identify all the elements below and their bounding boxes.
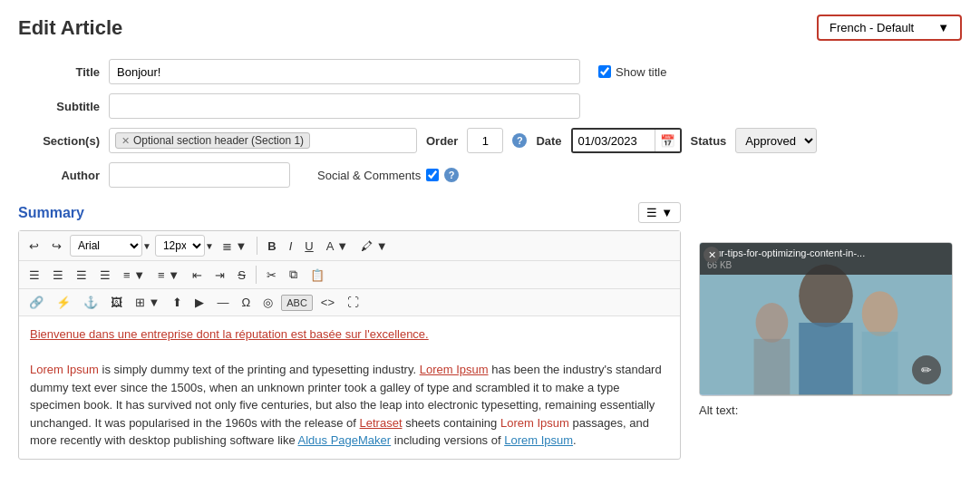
section-tag: ✕ Optional section header (Section 1) — [115, 132, 310, 149]
embed-button[interactable]: ◎ — [258, 293, 277, 312]
anchor-button[interactable]: ⚓ — [79, 293, 102, 312]
bold-button[interactable]: B — [263, 237, 280, 256]
svg-rect-5 — [754, 339, 791, 395]
image-panel: ✕ four-tips-for-optimizing-content-in-..… — [699, 188, 962, 460]
language-dropdown[interactable]: French - Default ▼ — [817, 15, 962, 41]
title-input[interactable] — [109, 59, 580, 84]
summary-menu-button[interactable]: ☰ ▼ — [638, 202, 681, 223]
spell-check-button[interactable]: ABC — [281, 295, 313, 311]
highlight-icon: 🖍 ▼ — [361, 239, 387, 253]
show-title-checkbox[interactable] — [598, 65, 611, 78]
chevron-down-icon: ▼ — [205, 241, 214, 251]
font-family-select[interactable]: Arial — [70, 235, 142, 257]
svg-rect-6 — [862, 332, 898, 395]
page-wrapper: Edit Article French - Default ▼ Title Sh… — [0, 0, 980, 474]
underline-button[interactable]: U — [300, 237, 317, 256]
toolbar-row-2: ☰ ☰ ☰ ☰ ≡ ▼ ≡ ▼ ⇤ ⇥ S ✂ ⧉ 📋 — [19, 261, 680, 289]
summary-title: Summary — [18, 205, 84, 221]
align-right-button[interactable]: ☰ — [72, 266, 92, 285]
chevron-down-icon: ▼ — [661, 206, 673, 219]
image-button[interactable]: 🖼 — [106, 293, 127, 312]
svg-point-3 — [862, 291, 898, 336]
calendar-button[interactable]: 📅 — [655, 128, 680, 153]
status-select[interactable]: Approved Pending Draft — [735, 128, 817, 153]
author-row: Author Social & Comments ? — [18, 162, 962, 188]
editor-text-line2: Lorem Ipsum is simply dummy text of the … — [30, 361, 669, 450]
bullet-list-button[interactable]: ≡ ▼ — [119, 266, 150, 285]
toolbar-sep-2 — [256, 266, 257, 284]
calendar-icon: 📅 — [660, 134, 675, 148]
svg-point-4 — [756, 303, 789, 343]
editor-area: Summary ☰ ▼ ↩ ↪ Arial ▼ — [18, 188, 681, 460]
editor-content[interactable]: Bienvenue dans une entreprise dont la ré… — [19, 316, 680, 459]
toolbar-row-3: 🔗 ⚡ ⚓ 🖼 ⊞ ▼ ⬆ ▶ — Ω ◎ ABC <> ⛶ — [19, 289, 680, 316]
line-spacing-button[interactable]: ≣ ▼ — [218, 237, 251, 256]
summary-section: Summary ☰ ▼ ↩ ↪ Arial ▼ — [18, 202, 681, 460]
title-row: Title Show title — [18, 59, 962, 84]
font-size-select[interactable]: 12px — [155, 235, 205, 257]
editor-text-line1: Bienvenue dans une entreprise dont la ré… — [30, 327, 429, 341]
editor-wrapper: ↩ ↪ Arial ▼ 12px ▼ ≣ ▼ — [18, 230, 681, 460]
image-edit-button[interactable]: ✏ — [912, 355, 941, 384]
language-label: French - Default — [830, 21, 914, 34]
menu-icon: ☰ — [646, 206, 657, 219]
social-comments-label: Social & Comments — [317, 169, 421, 182]
hr-button[interactable]: — — [212, 293, 233, 312]
indent-button[interactable]: ⇥ — [210, 266, 229, 285]
undo-button[interactable]: ↩ — [24, 237, 44, 256]
highlight-button[interactable]: 🖍 ▼ — [356, 237, 392, 256]
align-justify-button[interactable]: ☰ — [95, 266, 115, 285]
page-header: Edit Article French - Default ▼ — [18, 15, 962, 41]
toolbar-row-1: ↩ ↪ Arial ▼ 12px ▼ ≣ ▼ — [19, 231, 680, 261]
copy-button[interactable]: ⧉ — [285, 265, 302, 285]
alt-text-label: Alt text: — [699, 403, 962, 417]
section-tag-label: Optional section header (Section 1) — [133, 134, 304, 147]
link-button[interactable]: 🔗 — [24, 293, 48, 312]
special-chars-button[interactable]: Ω — [237, 293, 255, 312]
date-input[interactable] — [573, 128, 655, 153]
svg-rect-2 — [799, 323, 853, 394]
image-filesize: 66 KB — [707, 260, 945, 270]
date-input-wrapper: 📅 — [571, 128, 682, 153]
date-label: Date — [536, 134, 561, 148]
image-remove-button[interactable]: ✕ — [703, 247, 720, 263]
fullscreen-button[interactable]: ⛶ — [343, 293, 364, 312]
table-button[interactable]: ⊞ ▼ — [131, 293, 164, 312]
summary-header: Summary ☰ ▼ — [18, 202, 681, 223]
order-help-icon[interactable]: ? — [512, 133, 527, 148]
status-label: Status — [691, 134, 727, 148]
align-left-button[interactable]: ☰ — [24, 266, 44, 285]
unlink-button[interactable]: ⚡ — [52, 293, 75, 312]
show-title-wrapper: Show title — [598, 65, 666, 79]
upload-button[interactable]: ⬆ — [168, 293, 187, 312]
social-comments-checkbox[interactable] — [426, 169, 439, 181]
font-color-button[interactable]: A ▼ — [322, 237, 353, 256]
font-color-icon: A ▼ — [326, 239, 348, 253]
ordered-list-button[interactable]: ≡ ▼ — [153, 266, 184, 285]
redo-button[interactable]: ↪ — [47, 237, 66, 256]
line-spacing-icon: ≣ ▼ — [222, 239, 247, 253]
toolbar-sep — [257, 237, 257, 255]
author-input[interactable] — [109, 162, 290, 188]
subtitle-input[interactable] — [109, 93, 580, 119]
author-label: Author — [18, 169, 100, 182]
cut-button[interactable]: ✂ — [262, 266, 281, 285]
image-overlay: four-tips-for-optimizing-content-in-... … — [700, 243, 952, 275]
italic-button[interactable]: I — [285, 237, 297, 256]
social-comments-wrapper: Social & Comments ? — [317, 168, 459, 182]
social-comments-help-icon[interactable]: ? — [444, 168, 459, 182]
page-title: Edit Article — [18, 16, 122, 40]
sections-row: Section(s) ✕ Optional section header (Se… — [18, 128, 962, 153]
section-tag-remove[interactable]: ✕ — [121, 135, 130, 147]
main-layout: Summary ☰ ▼ ↩ ↪ Arial ▼ — [18, 188, 962, 460]
outdent-button[interactable]: ⇤ — [188, 266, 207, 285]
order-label: Order — [426, 134, 458, 148]
align-center-button[interactable]: ☰ — [48, 266, 68, 285]
chevron-down-icon: ▼ — [937, 21, 949, 34]
sections-input-wrapper[interactable]: ✕ Optional section header (Section 1) — [109, 128, 417, 153]
paste-button[interactable]: 📋 — [306, 266, 329, 285]
source-code-button[interactable]: <> — [316, 293, 339, 312]
order-input[interactable] — [467, 128, 503, 153]
strikethrough-button[interactable]: S — [233, 266, 250, 285]
video-button[interactable]: ▶ — [190, 293, 209, 312]
